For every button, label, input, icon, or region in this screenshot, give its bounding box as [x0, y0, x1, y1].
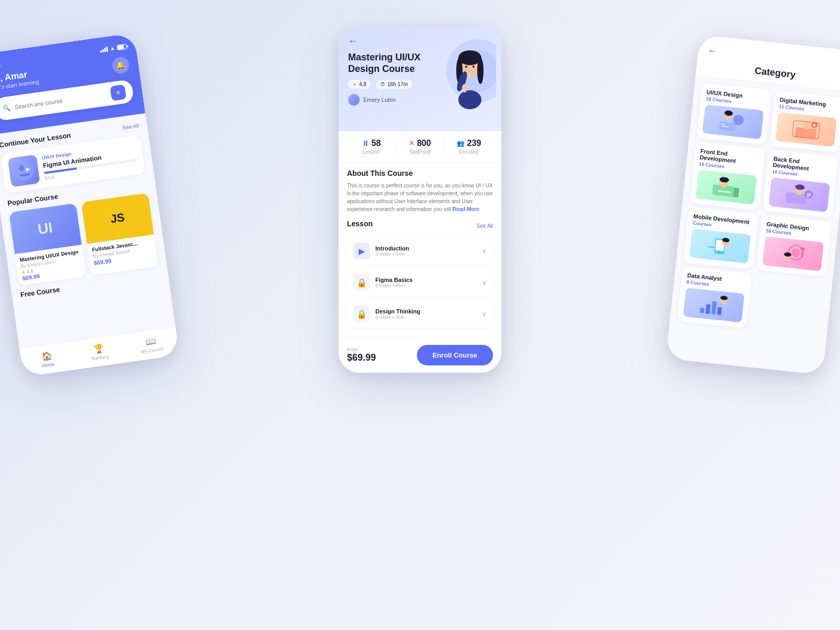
lesson-count-value: 58: [372, 139, 381, 148]
lesson-item-2[interactable]: 🔒 Design Thinking 5 Video • 30m ∨: [347, 300, 493, 328]
category-grid: UI/UX Design 18 Courses: [677, 83, 840, 336]
category-uiux[interactable]: UI/UX Design 18 Courses: [697, 83, 771, 145]
cat-thumb-da: [683, 288, 744, 322]
enrolled-value: 239: [467, 139, 481, 148]
skillpoint-icon: ✕: [409, 140, 414, 147]
lesson-2-title: Design Thinking: [375, 308, 477, 314]
svg-point-12: [472, 66, 475, 68]
chevron-down-icon: ∨: [482, 247, 487, 255]
svg-rect-31: [785, 192, 807, 205]
skillpoint-label: SkillPoint: [396, 149, 444, 155]
lesson-0-meta: 3 Video • 54m: [375, 251, 477, 257]
ranking-icon: 🏆: [93, 343, 104, 354]
svg-point-11: [465, 66, 467, 68]
free-course-title: Free Course: [20, 286, 60, 299]
lesson-section: Lesson See All ▶ Introduction 3 Video • …: [347, 219, 493, 328]
battery-icon: [117, 44, 127, 50]
lesson-label: Lesson: [347, 149, 395, 155]
filter-icon: ≡: [116, 89, 121, 97]
lesson-0-title: Introduction: [375, 245, 477, 251]
status-time: 9:41: [0, 61, 1, 69]
lesson-2-meta: 5 Video • 30m: [375, 314, 477, 320]
cat-thumb-dm: ⚙: [775, 112, 837, 146]
category-frontend[interactable]: Front End Development 15 Courses: [690, 142, 765, 210]
rating-value: 4,8: [359, 81, 366, 87]
cat-thumb-uiux: [702, 104, 764, 139]
cat-thumb-gd: [762, 236, 824, 271]
cat-thumb-mobile: [689, 229, 751, 264]
duration-badge: ⏱ 16h 17m: [376, 80, 412, 89]
lesson-section-title: Lesson: [347, 219, 373, 228]
star-icon: ★: [352, 81, 357, 87]
course-title: Mastering UI/UX Design Course: [348, 52, 437, 75]
course-footer: Price $69.99 Enroll Course: [339, 337, 501, 373]
wifi-icon: ▲: [109, 45, 115, 51]
lesson-item-1[interactable]: 🔒 Figma Basics 8 Video • 45m ∨: [347, 269, 493, 296]
svg-point-6: [458, 90, 481, 109]
svg-point-10: [477, 58, 484, 84]
rating-badge: ★ 4,8: [348, 80, 371, 89]
course-stats: ⏸ 58 Lesson ✕ 800 SkillPoint 👥 239 Enr: [339, 131, 501, 163]
course-hero-image: [438, 32, 496, 116]
filter-button[interactable]: ≡: [110, 85, 127, 101]
svg-rect-43: [708, 246, 715, 248]
lesson-item-0[interactable]: ▶ Introduction 3 Video • 54m ∨: [347, 237, 493, 265]
price-label: Price: [347, 347, 376, 352]
lesson-icon: ⏸: [362, 139, 369, 148]
enrolled-label: Enrolled: [445, 149, 493, 155]
lesson-see-all[interactable]: See All: [477, 223, 493, 229]
category-data-analyst[interactable]: Data Analyst 8 Courses: [677, 266, 752, 328]
course-card-ux[interactable]: UI Mastering UI/UX Design By Emery Lubin…: [9, 203, 86, 286]
stat-enrolled: 👥 239 Enrolled: [445, 139, 493, 155]
category-digital-marketing[interactable]: Digital Marketing 11 Courses ⚙: [770, 91, 840, 153]
clock-icon: ⏱: [380, 81, 385, 87]
signal-icon: [100, 46, 108, 52]
search-icon: 🔍: [2, 104, 11, 112]
nav-ranking[interactable]: 🏆 Ranking: [71, 334, 128, 370]
search-input[interactable]: [14, 91, 107, 111]
my-course-icon: 📖: [145, 335, 156, 347]
back-button[interactable]: ←: [348, 36, 358, 47]
play-icon: ▶: [353, 243, 370, 259]
course-description: This is course is perfect course is for …: [347, 182, 493, 213]
phone-left: 9:41 ▲ 🔔 Hi, Amar Let's start lear: [0, 33, 180, 377]
svg-rect-49: [800, 248, 805, 250]
price-value: $69.99: [347, 352, 376, 363]
cat-thumb-be: [769, 177, 830, 212]
stat-skillpoint: ✕ 800 SkillPoint: [396, 139, 444, 155]
svg-rect-50: [700, 308, 705, 313]
continue-see-all[interactable]: See All: [122, 123, 139, 131]
phone-right: ← Category UI/UX Design 18 Courses: [666, 35, 840, 375]
svg-text:⚙: ⚙: [812, 123, 816, 128]
phone-center: ←: [339, 26, 501, 373]
lesson-1-title: Figma Basics: [375, 277, 477, 283]
lesson-thumbnail: [7, 154, 40, 187]
category-graphic-design[interactable]: Graphic Design 16 Courses: [757, 215, 831, 277]
category-mobile[interactable]: Mobile Development Courses: [684, 207, 758, 269]
skillpoint-value: 800: [417, 139, 431, 148]
about-title: About This Course: [347, 169, 493, 177]
svg-point-0: [13, 160, 35, 182]
chevron-down-icon-1: ∨: [482, 279, 487, 286]
instructor-name: Emery Lubin: [363, 97, 396, 103]
read-more-link[interactable]: Read More: [453, 206, 479, 212]
chevron-down-icon-2: ∨: [482, 310, 487, 318]
enroll-course-button[interactable]: Enroll Course: [417, 345, 493, 365]
duration-value: 16h 17m: [387, 81, 408, 87]
svg-rect-30: [733, 187, 739, 197]
lesson-1-meta: 8 Video • 45m: [375, 283, 477, 288]
enrolled-icon: 👥: [457, 140, 465, 147]
svg-rect-51: [706, 304, 711, 314]
svg-rect-52: [711, 301, 717, 314]
nav-my-course[interactable]: 📖 My Course: [123, 327, 180, 362]
instructor-avatar: [348, 94, 360, 106]
category-backend[interactable]: Back End Development 10 Courses: [763, 150, 838, 218]
nav-home[interactable]: 🏠 Home: [19, 341, 76, 376]
cat-thumb-fe: [696, 170, 757, 204]
svg-point-45: [791, 248, 801, 258]
course-card-js[interactable]: JS Fullstack Javasc... By Ahmad Aminof..…: [81, 193, 158, 276]
stat-lesson: ⏸ 58 Lesson: [347, 139, 395, 155]
lock-icon: 🔒: [353, 274, 370, 291]
svg-rect-53: [717, 307, 722, 315]
lock-icon-2: 🔒: [353, 306, 370, 322]
